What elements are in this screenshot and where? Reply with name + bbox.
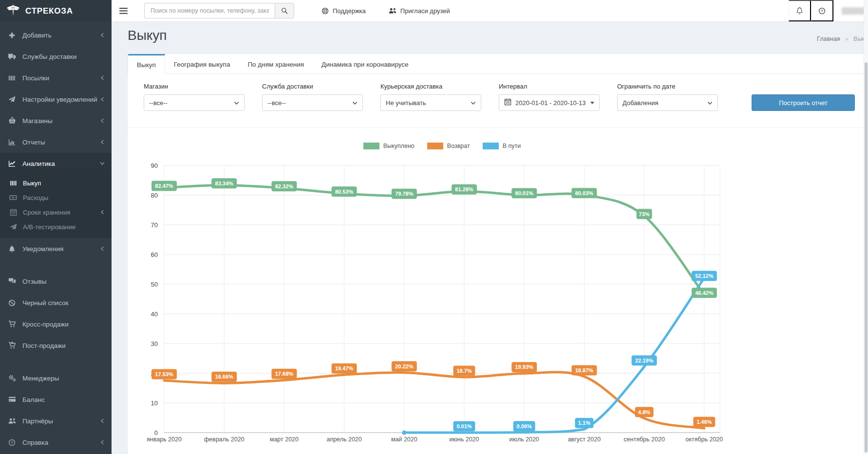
legend-item-3[interactable]: В пути	[483, 143, 521, 149]
users-icon	[389, 7, 396, 15]
svg-text:90: 90	[151, 162, 158, 169]
legend-swatch	[427, 143, 443, 149]
interval-picker[interactable]: 2020-01-01 - 2020-10-13	[499, 94, 600, 111]
paper-plane-icon	[8, 223, 18, 231]
svg-text:81.28%: 81.28%	[455, 186, 473, 192]
legend-item-1[interactable]: Выкуплено	[363, 143, 415, 149]
sidebar-subitem-buyout[interactable]: Выкуп	[0, 176, 112, 190]
sidebar-item-notifications[interactable]: Уведомления	[0, 238, 112, 259]
help-button[interactable]: ?	[811, 0, 833, 21]
invite-label: Пригласи друзей	[400, 7, 450, 15]
legend-item-2[interactable]: Возврат	[427, 143, 470, 149]
breadcrumb-separator: >	[845, 36, 848, 42]
svg-text:?: ?	[11, 440, 13, 445]
support-label: Поддержка	[333, 7, 366, 15]
search-input[interactable]	[144, 3, 275, 18]
sidebar-item-label: Менеджеры	[22, 375, 59, 382]
filter-delivery-service: Служба доставки--все--	[262, 83, 363, 111]
svg-text:4.8%: 4.8%	[638, 409, 650, 415]
breadcrumb-home-link[interactable]: Главная	[817, 36, 840, 42]
sidebar-spacer	[0, 356, 112, 367]
svg-text:80.01%: 80.01%	[515, 190, 534, 196]
svg-text:40: 40	[151, 310, 158, 318]
app-root: СТРЕКОЗА ДобавитьСлужбы доставкиПосылкиН…	[0, 0, 868, 454]
sidebar-item-help[interactable]: ?Справка	[0, 432, 112, 453]
page-title: Выкуп	[128, 28, 868, 43]
sidebar-spacer	[0, 259, 112, 271]
filters-row: Магазин--все--Служба доставки--все--Курь…	[128, 74, 868, 128]
legend-swatch	[483, 143, 499, 149]
brand[interactable]: СТРЕКОЗА	[0, 0, 112, 22]
svg-text:18.7%: 18.7%	[456, 368, 472, 374]
sidebar-item-post-sales[interactable]: Пост-продажи	[0, 335, 112, 356]
sidebar-item-label: Магазины	[22, 117, 53, 125]
shop-select[interactable]: --все--	[144, 94, 245, 111]
tab-2[interactable]: География выкупа	[165, 54, 239, 73]
svg-text:19.47%: 19.47%	[335, 365, 354, 371]
svg-text:февраль 2020: февраль 2020	[204, 436, 245, 443]
sidebar-item-label: Черный список	[22, 299, 68, 307]
sidebar-item-label: Партнёры	[22, 418, 53, 425]
content-header: Выкуп Главная > Выкуп	[128, 28, 868, 54]
paper-plane-icon	[7, 96, 17, 103]
svg-text:0: 0	[154, 429, 158, 436]
sidebar-item-analytics[interactable]: Аналитика	[0, 153, 112, 174]
chevron-left-icon	[100, 140, 105, 145]
svg-text:июнь 2020: июнь 2020	[449, 436, 479, 443]
sidebar-item-delivery-services[interactable]: Службы доставки	[0, 46, 112, 67]
sidebar-item-notification-settings[interactable]: Настройки уведомлений	[0, 89, 112, 110]
sidebar-item-partners[interactable]: Партнёры	[0, 410, 112, 432]
svg-text:10: 10	[151, 400, 158, 407]
sidebar-item-shops[interactable]: Магазины	[0, 110, 112, 131]
sidebar-subitem-ab-testing[interactable]: А/В-тестирование	[0, 219, 112, 234]
sidebar-toggle-button[interactable]	[112, 0, 135, 21]
basket-icon	[7, 117, 17, 125]
user-menu[interactable]	[833, 0, 868, 21]
sidebar-item-parcels[interactable]: Посылки	[0, 67, 112, 89]
chevron-left-icon	[100, 118, 105, 123]
chevron-left-icon	[100, 97, 105, 102]
sidebar: СТРЕКОЗА ДобавитьСлужбы доставкиПосылкиН…	[0, 0, 112, 454]
sidebar-item-reports[interactable]: Отчеты	[0, 131, 112, 153]
build-report-button[interactable]: Построить отчет	[752, 94, 855, 111]
sidebar-item-label: Отзывы	[22, 278, 46, 285]
sidebar-subitem-label: А/В-тестирование	[23, 223, 75, 231]
sidebar-subitem-expenses[interactable]: Расходы	[0, 190, 112, 205]
topbar: Поддержка Пригласи друзей ?	[112, 0, 868, 22]
cart-plus-icon	[7, 342, 17, 349]
sidebar-subitem-storage-periods[interactable]: Сроки хранения	[0, 205, 112, 219]
tab-3[interactable]: По дням хранения	[239, 54, 313, 73]
users-icon	[7, 417, 17, 425]
sidebar-item-reviews[interactable]: Отзывы	[0, 271, 112, 292]
legend-label: Возврат	[447, 143, 470, 149]
breadcrumb: Главная > Выкуп	[817, 36, 868, 42]
life-ring-icon	[321, 7, 329, 15]
notifications-button[interactable]	[789, 0, 811, 21]
scrollbar-thumb[interactable]	[865, 62, 868, 453]
sidebar-item-label: Службы доставки	[22, 53, 76, 60]
svg-text:январь 2020: январь 2020	[147, 436, 182, 443]
tab-1[interactable]: Выкуп	[128, 54, 165, 74]
filter-value: --все--	[267, 99, 348, 107]
invite-friends-link[interactable]: Пригласи друзей	[389, 7, 450, 15]
sidebar-subitem-label: Выкуп	[23, 180, 41, 187]
date-limit-select[interactable]: Добавления	[617, 94, 718, 111]
delivery-service-select[interactable]: --все--	[262, 94, 363, 111]
cart-icon	[7, 320, 17, 328]
courier-delivery-select[interactable]: Не учитывать	[380, 94, 481, 111]
sidebar-nav: ДобавитьСлужбы доставкиПосылкиНастройки …	[0, 24, 112, 453]
sidebar-item-balance[interactable]: Баланс	[0, 389, 112, 410]
svg-text:1.1%: 1.1%	[578, 420, 590, 426]
tab-4[interactable]: Динамика при коронавирусе	[313, 54, 417, 73]
line-chart-icon	[7, 160, 17, 167]
sidebar-item-cross-sales[interactable]: Кросс-продажи	[0, 313, 112, 335]
svg-text:?: ?	[821, 9, 823, 13]
chart-section: ВыкупленоВозвратВ пути 01020304050607080…	[128, 128, 868, 445]
sidebar-item-blacklist[interactable]: Черный список	[0, 292, 112, 313]
support-link[interactable]: Поддержка	[321, 7, 366, 15]
sidebar-item-label: Кросс-продажи	[22, 321, 69, 328]
sidebar-item-add[interactable]: Добавить	[0, 24, 112, 46]
page-scrollbar[interactable]	[864, 0, 868, 454]
search-button[interactable]	[275, 3, 294, 18]
sidebar-item-managers[interactable]: Менеджеры	[0, 367, 112, 389]
